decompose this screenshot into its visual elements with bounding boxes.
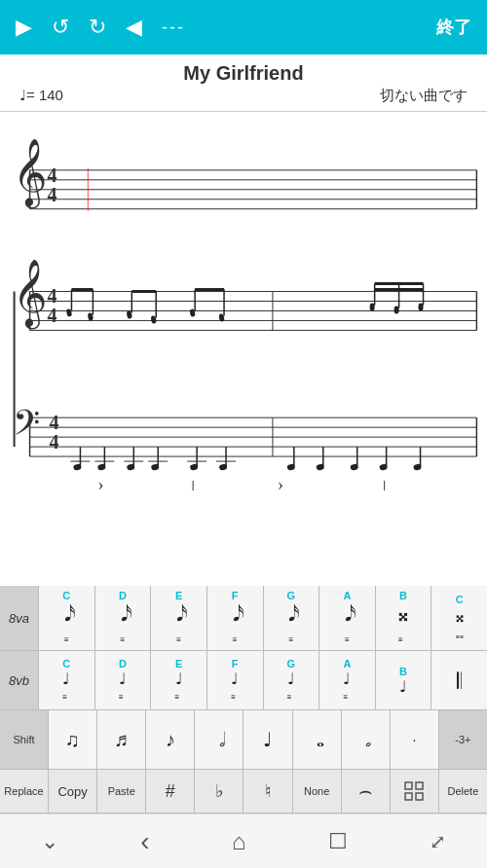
shift-key-1[interactable]: ♫ [49, 710, 97, 769]
svg-text:4: 4 [50, 431, 59, 452]
redo-button[interactable]: ↻ [89, 15, 106, 40]
sheet-svg: 𝄞 4 4 𝄞 4 4 [0, 112, 487, 490]
svg-rect-89 [405, 782, 412, 789]
8va-row: 8va C 𝅘𝅥𝅯≡ D 𝅘𝅥𝅯≡ E 𝅘𝅥𝅯≡ F 𝅘𝅥𝅯≡ G 𝅘𝅥𝅯 [0, 586, 487, 651]
svg-text:4: 4 [48, 285, 57, 307]
shift-key-2[interactable]: ♬ [97, 710, 146, 769]
8va-keys: C 𝅘𝅥𝅯≡ D 𝅘𝅥𝅯≡ E 𝅘𝅥𝅯≡ F 𝅘𝅥𝅯≡ G 𝅘𝅥𝅯≡ [39, 586, 487, 650]
shift-key-3[interactable]: ♪ [146, 710, 195, 769]
bottom-nav: ⌄ ‹ ⌂ ☐ ⤢ [0, 814, 487, 868]
note-key-8vb-F[interactable]: F ♩≡ [207, 651, 264, 709]
song-meta: ♩= 140 切ない曲です [16, 85, 471, 107]
note-key-8va-A[interactable]: A 𝅘𝅥𝅯≡ [319, 586, 376, 650]
8vb-keys: C ♩≡ D ♩≡ E ♩≡ F ♩≡ G ♩≡ A ♩≡ [39, 651, 487, 709]
tempo-display: ♩= 140 [19, 87, 63, 105]
8vb-row: 8vb C ♩≡ D ♩≡ E ♩≡ F ♩≡ G ♩≡ A [0, 651, 487, 710]
svg-text:4: 4 [48, 164, 57, 186]
dashes-display: --- [162, 18, 185, 38]
note-key-8vb-C[interactable]: C ♩≡ [39, 651, 95, 709]
svg-text:4: 4 [48, 305, 57, 326]
shift-key-9[interactable]: -3+ [439, 710, 487, 769]
svg-rect-90 [416, 782, 423, 789]
svg-text:4: 4 [50, 412, 59, 433]
top-bar-left: ▶ ↺ ↻ ◀ --- [16, 15, 185, 40]
none-button[interactable]: None [293, 770, 342, 813]
shift-key-6[interactable]: 𝅝 [293, 710, 342, 769]
shift-button[interactable]: Shift [0, 710, 49, 769]
end-button[interactable]: 終了 [436, 16, 471, 39]
svg-text:4: 4 [48, 184, 57, 205]
shift-row: Shift ♫ ♬ ♪ 𝅗𝅥 ♩ 𝅝 𝅗 [0, 710, 487, 770]
copy-button[interactable]: Copy [49, 770, 97, 813]
note-key-8vb-G[interactable]: G ♩≡ [264, 651, 320, 709]
note-key-8vb-B[interactable]: B ♩ [376, 651, 432, 709]
note-key-8vb-end[interactable]: 𝄃 [431, 651, 487, 709]
undo-button[interactable]: ↺ [52, 15, 69, 40]
note-key-8vb-A[interactable]: A ♩≡ [319, 651, 376, 709]
song-title: My Girlfriend [16, 62, 471, 85]
delete-button[interactable]: Delete [439, 770, 487, 813]
svg-text:›: › [97, 475, 103, 490]
mood-display: 切ない曲です [380, 87, 468, 105]
svg-rect-91 [405, 793, 412, 800]
shift-key-8[interactable]: · [391, 710, 439, 769]
note-key-8va-E[interactable]: E 𝅘𝅥𝅯≡ [151, 586, 207, 650]
note-key-8va-F[interactable]: F 𝅘𝅥𝅯≡ [207, 586, 264, 650]
replace-button[interactable]: Replace [0, 770, 49, 813]
volume-button[interactable]: ◀ [126, 15, 142, 40]
svg-text:›: › [278, 475, 283, 490]
shift-key-7[interactable]: 𝅗 [342, 710, 391, 769]
8va-label: 8va [0, 586, 39, 650]
keyboard-area: 8va C 𝅘𝅥𝅯≡ D 𝅘𝅥𝅯≡ E 𝅘𝅥𝅯≡ F 𝅘𝅥𝅯≡ G 𝅘𝅥𝅯 [0, 586, 487, 814]
nav-down-button[interactable]: ⌄ [41, 829, 58, 854]
paste-button[interactable]: Paste [97, 770, 146, 813]
note-key-8va-C2[interactable]: C 𝄪≡≡ [431, 586, 487, 650]
note-key-8vb-E[interactable]: E ♩≡ [151, 651, 207, 709]
note-key-8va-B[interactable]: B 𝄪≡ [376, 586, 432, 650]
note-key-8va-D[interactable]: D 𝅘𝅥𝅯≡ [95, 586, 152, 650]
svg-rect-92 [416, 793, 423, 800]
shift-key-4[interactable]: 𝅗𝅥 [195, 710, 244, 769]
nav-back-button[interactable]: ‹ [140, 826, 149, 857]
top-bar: ▶ ↺ ↻ ◀ --- 終了 [0, 0, 487, 54]
note-key-8vb-D[interactable]: D ♩≡ [95, 651, 152, 709]
grid-button[interactable] [391, 770, 439, 813]
note-key-8va-G[interactable]: G 𝅘𝅥𝅯≡ [264, 586, 320, 650]
nav-home-button[interactable]: ⌂ [232, 828, 246, 855]
sheet-area: 𝄞 4 4 𝄞 4 4 [0, 111, 487, 490]
8vb-label: 8vb [0, 651, 39, 709]
shift-keys: ♫ ♬ ♪ 𝅗𝅥 ♩ 𝅝 𝅗 · -3+ [49, 710, 487, 769]
slur-button[interactable]: ⌢ [342, 770, 391, 813]
shift-key-5[interactable]: ♩ [244, 710, 292, 769]
note-key-8va-C[interactable]: C 𝅘𝅥𝅯≡ [39, 586, 95, 650]
sharp-button[interactable]: # [146, 770, 195, 813]
nav-corner-button[interactable]: ⤢ [430, 830, 446, 853]
play-button[interactable]: ▶ [16, 15, 32, 40]
flat-button[interactable]: ♭ [195, 770, 244, 813]
title-area: My Girlfriend ♩= 140 切ない曲です [0, 54, 487, 111]
nav-square-button[interactable]: ☐ [328, 829, 348, 854]
natural-button[interactable]: ♮ [244, 770, 292, 813]
action-row: Replace Copy Paste # ♭ ♮ None ⌢ Delete [0, 770, 487, 814]
